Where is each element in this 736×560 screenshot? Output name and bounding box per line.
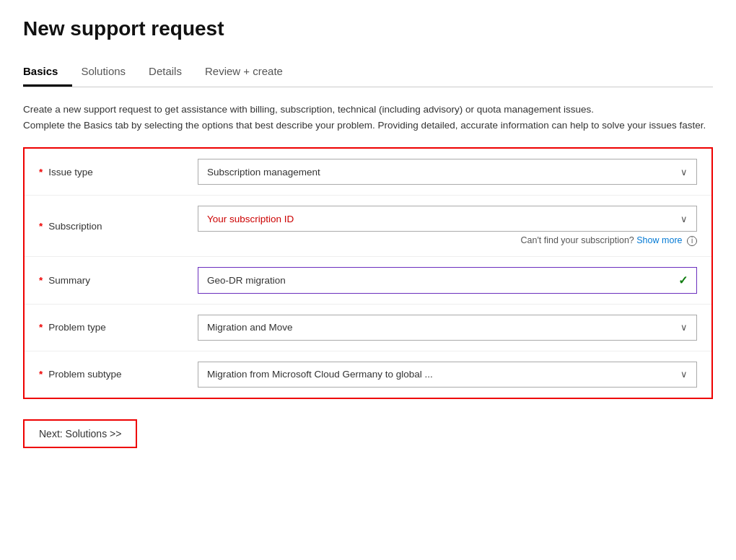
- required-star-problem-type: *: [39, 322, 43, 333]
- issue-type-dropdown[interactable]: Subscription management ∨: [198, 159, 697, 185]
- problem-type-dropdown[interactable]: Migration and Move ∨: [198, 315, 697, 341]
- problem-subtype-dropdown[interactable]: Migration from Microsoft Cloud Germany t…: [198, 362, 697, 388]
- subscription-row: * Subscription Your subscription ID ∨ Ca…: [25, 196, 711, 257]
- next-solutions-button[interactable]: Next: Solutions >>: [23, 419, 137, 448]
- tab-solutions[interactable]: Solutions: [81, 58, 140, 87]
- subscription-value: Your subscription ID: [207, 214, 294, 224]
- problem-type-control: Migration and Move ∨: [198, 315, 697, 341]
- problem-type-value: Migration and Move: [207, 322, 293, 333]
- description-line1: Create a new support request to get assi…: [23, 104, 594, 115]
- summary-label: * Summary: [39, 275, 198, 286]
- info-icon: i: [687, 236, 697, 246]
- footer-actions: Next: Solutions >>: [23, 419, 713, 448]
- problem-subtype-chevron-icon: ∨: [680, 369, 688, 380]
- tab-basics[interactable]: Basics: [23, 58, 72, 87]
- summary-check-icon: ✓: [678, 274, 688, 287]
- summary-control: Geo-DR migration ✓: [198, 267, 697, 294]
- problem-subtype-control: Migration from Microsoft Cloud Germany t…: [198, 362, 697, 388]
- problem-type-label: * Problem type: [39, 322, 198, 333]
- summary-input[interactable]: Geo-DR migration ✓: [198, 267, 697, 294]
- page-title: New support request: [23, 17, 713, 40]
- problem-type-row: * Problem type Migration and Move ∨: [25, 305, 711, 351]
- problem-subtype-label: * Problem subtype: [39, 369, 198, 380]
- issue-type-value: Subscription management: [207, 167, 320, 178]
- problem-type-chevron-icon: ∨: [680, 322, 688, 333]
- required-star-summary: *: [39, 275, 43, 286]
- summary-value: Geo-DR migration: [207, 275, 286, 286]
- basics-form: * Issue type Subscription management ∨ *…: [23, 147, 713, 399]
- subscription-dropdown[interactable]: Your subscription ID ∨: [198, 206, 697, 232]
- summary-row: * Summary Geo-DR migration ✓: [25, 257, 711, 305]
- show-more-link[interactable]: Show more: [636, 235, 682, 245]
- subscription-chevron-icon: ∨: [680, 214, 688, 224]
- issue-type-row: * Issue type Subscription management ∨: [25, 149, 711, 196]
- problem-subtype-value: Migration from Microsoft Cloud Germany t…: [207, 369, 433, 380]
- required-star-issue-type: *: [39, 167, 43, 178]
- issue-type-label: * Issue type: [39, 167, 198, 178]
- problem-subtype-row: * Problem subtype Migration from Microso…: [25, 351, 711, 398]
- subscription-control: Your subscription ID ∨ Can't find your s…: [198, 206, 697, 246]
- subscription-help-text: Can't find your subscription? Show more …: [198, 235, 697, 246]
- required-star-subscription: *: [39, 221, 43, 232]
- issue-type-chevron-icon: ∨: [680, 167, 688, 178]
- tab-bar: Basics Solutions Details Review + create: [23, 58, 713, 87]
- subscription-label: * Subscription: [39, 221, 198, 232]
- description-line2: Complete the Basics tab by selecting the…: [23, 120, 706, 131]
- page-container: New support request Basics Solutions Det…: [0, 0, 736, 560]
- required-star-problem-subtype: *: [39, 369, 43, 380]
- issue-type-control: Subscription management ∨: [198, 159, 697, 185]
- tab-review-create[interactable]: Review + create: [205, 58, 297, 87]
- description-block: Create a new support request to get assi…: [23, 102, 713, 133]
- tab-details[interactable]: Details: [149, 58, 196, 87]
